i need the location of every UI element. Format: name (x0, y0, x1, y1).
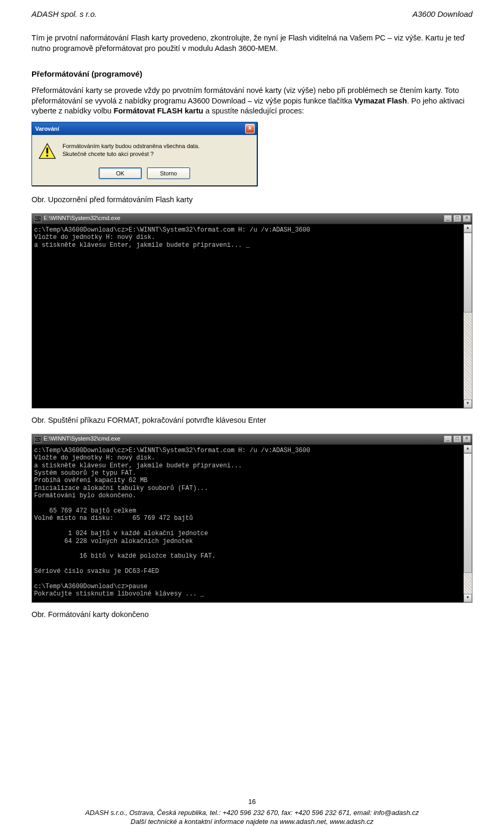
cmd-icon: C:\ (34, 436, 41, 443)
footer-line-1: ADASH s.r.o., Ostrava, Česká republika, … (0, 808, 504, 818)
scrollbar[interactable]: ▲ ▼ (464, 445, 472, 602)
paragraph-1: Tím je prvotní naformátování Flash karty… (32, 33, 472, 54)
scroll-thumb[interactable] (464, 453, 472, 573)
scroll-down-icon[interactable]: ▼ (464, 400, 472, 408)
figure-caption-2: Obr. Spuštění příkazu FORMAT, pokračován… (32, 416, 472, 424)
close-icon[interactable]: × (463, 215, 471, 222)
cmd-title-1: E:\WINNT\System32\cmd.exe (44, 215, 120, 221)
scroll-up-icon[interactable]: ▲ (464, 445, 472, 453)
cmd-window-1: C:\E:\WINNT\System32\cmd.exe _ □ × c:\Te… (32, 213, 472, 409)
dialog-title: Varování (35, 126, 59, 132)
scroll-track[interactable] (464, 453, 472, 594)
page-number: 16 (0, 797, 504, 807)
svg-rect-1 (46, 148, 48, 153)
cmd-output-2: c:\Temp\A3600Download\cz>E:\WINNT\System… (32, 445, 464, 602)
footer-line-2: Další technické a kontaktní informace na… (0, 817, 504, 827)
ok-button[interactable]: OK (99, 168, 142, 179)
scroll-up-icon[interactable]: ▲ (464, 224, 472, 233)
minimize-icon[interactable]: _ (444, 215, 452, 222)
scrollbar[interactable]: ▲ ▼ (464, 224, 472, 408)
scroll-down-icon[interactable]: ▼ (464, 594, 472, 602)
dialog-titlebar[interactable]: Varování × (32, 122, 257, 135)
dialog-message: Formátováním karty budou odstraněna všec… (62, 142, 200, 159)
cancel-button[interactable]: Storno (147, 168, 190, 179)
paragraph-2: Přeformátování karty se provede vždy po … (32, 86, 472, 117)
cmd-icon: C:\ (34, 216, 41, 222)
cmd-titlebar-1[interactable]: C:\E:\WINNT\System32\cmd.exe _ □ × (32, 214, 472, 224)
cmd-output-1: c:\Temp\A3600Download\cz>E:\WINNT\System… (32, 224, 464, 408)
warning-icon (38, 142, 56, 160)
close-icon[interactable]: × (245, 124, 255, 133)
maximize-icon[interactable]: □ (453, 435, 461, 443)
close-icon[interactable]: × (463, 435, 471, 443)
figure-caption-1: Obr. Upozornění před formátováním Flash … (32, 195, 472, 204)
minimize-icon[interactable]: _ (444, 435, 452, 443)
header-left: ADASH spol. s r.o. (32, 9, 97, 18)
cmd-titlebar-2[interactable]: C:\E:\WINNT\System32\cmd.exe _ □ × (32, 434, 472, 445)
figure-caption-3: Obr. Formátování karty dokončeno (32, 610, 472, 619)
scroll-thumb[interactable] (464, 233, 472, 313)
cmd-window-2: C:\E:\WINNT\System32\cmd.exe _ □ × c:\Te… (32, 434, 472, 603)
cmd-title-2: E:\WINNT\System32\cmd.exe (44, 435, 120, 442)
doc-footer: 16 ADASH s.r.o., Ostrava, Česká republik… (0, 797, 504, 827)
scroll-track[interactable] (464, 233, 472, 400)
section-heading: Přeformátování (programové) (32, 69, 472, 78)
svg-rect-2 (46, 155, 48, 156)
doc-header: ADASH spol. s r.o. A3600 Download (32, 9, 472, 18)
maximize-icon[interactable]: □ (453, 215, 461, 222)
warning-dialog: Varování × Formátováním karty budou odst… (32, 122, 257, 186)
header-right: A3600 Download (413, 9, 472, 18)
